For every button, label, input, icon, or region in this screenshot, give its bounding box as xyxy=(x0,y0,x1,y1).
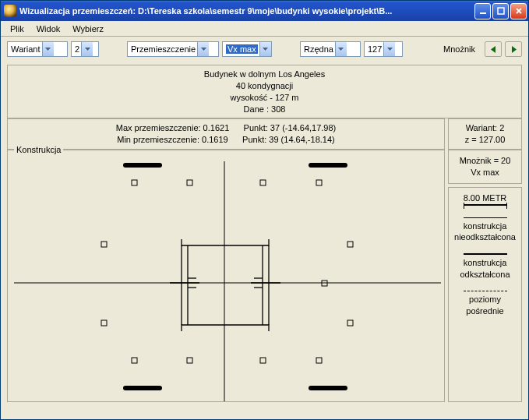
mnoznik-label: Mnożnik xyxy=(443,44,475,54)
svg-rect-11 xyxy=(316,180,322,185)
wariant-label-combo[interactable]: Wariant xyxy=(7,41,68,57)
menu-file[interactable]: Plik xyxy=(4,23,30,35)
chevron-down-icon xyxy=(42,42,54,56)
stats-panel: Max przemieszczenie: 0.1621 Punkt: 37 (-… xyxy=(7,118,445,150)
svg-rect-19 xyxy=(316,358,322,363)
legend2-line2: odkształcona xyxy=(452,269,518,281)
wariant-value-combo[interactable]: 2 xyxy=(71,41,99,57)
min-disp-point: Punkt: 39 (14.64,-18.14) xyxy=(242,135,335,144)
right-info-panel: Wariant: 2 z = 127.00 xyxy=(448,118,522,150)
wariant-label-text: Wariant xyxy=(11,44,41,54)
svg-rect-1 xyxy=(498,8,504,14)
legend1-line1: konstrukcja xyxy=(452,221,518,232)
svg-rect-0 xyxy=(480,12,486,14)
svg-rect-13 xyxy=(347,242,353,247)
header-line3: wysokość - 127 m xyxy=(12,92,517,104)
scale-bar-icon xyxy=(464,204,507,206)
legend3-line2: pośrednie xyxy=(452,305,518,317)
svg-rect-4 xyxy=(123,163,162,168)
chevron-down-icon xyxy=(259,42,271,56)
header-line4: Dane : 308 xyxy=(12,104,517,115)
app-icon xyxy=(4,5,16,17)
max-disp-point: Punkt: 37 (-14.64,17.98) xyxy=(244,123,337,132)
arrow-right-icon xyxy=(510,46,517,53)
side-legend-panel: 8.00 METR konstrukcja nieodkształcona ko… xyxy=(448,187,522,402)
legend1-line2: nieodkształcona xyxy=(452,231,518,243)
legend-line-thick-icon xyxy=(464,253,507,255)
legend-line-dashed-icon xyxy=(464,291,507,291)
arrow-left-icon xyxy=(490,46,497,53)
svg-rect-8 xyxy=(132,180,137,185)
wariant-value: 2 xyxy=(75,44,79,54)
maximize-button[interactable] xyxy=(492,3,509,19)
przemieszczenie-label-combo[interactable]: Przemieszczenie xyxy=(127,41,219,57)
svg-rect-17 xyxy=(187,358,192,363)
legend-line-thin-icon xyxy=(464,217,507,218)
legend3-line1: poziomy xyxy=(452,294,518,305)
side-mnoznik-line2: Vx max xyxy=(452,167,518,178)
chevron-down-icon xyxy=(383,42,395,56)
max-disp-label: Max przemieszczenie: 0.1621 xyxy=(116,123,230,132)
header-line1: Budynek w dolnym Los Angeles xyxy=(12,69,517,80)
legend2-line1: konstrukcja xyxy=(452,257,518,269)
svg-rect-5 xyxy=(309,163,347,168)
construction-panel: Konstrukcja xyxy=(7,150,445,402)
menu-view[interactable]: Widok xyxy=(30,23,67,35)
svg-rect-7 xyxy=(309,386,347,390)
rzedna-value: 127 xyxy=(368,44,382,54)
construction-canvas xyxy=(11,152,444,401)
menu-select[interactable]: Wybierz xyxy=(66,23,110,35)
min-disp-label: Min przemieszczenie: 0.1619 xyxy=(117,135,227,144)
svg-rect-9 xyxy=(187,180,192,185)
prev-button[interactable] xyxy=(485,41,502,57)
right-info-line1: Wariant: 2 xyxy=(453,122,517,134)
header-panel: Budynek w dolnym Los Angeles 40 kondygna… xyxy=(7,65,522,118)
przemieszczenie-value: Vx max xyxy=(226,44,258,54)
side-mnoznik-line1: Mnożnik = 20 xyxy=(452,155,518,167)
svg-rect-6 xyxy=(123,386,162,390)
right-info-line2: z = 127.00 xyxy=(453,134,517,146)
toolbar: Wariant 2 Przemieszczenie Vx max Rzędna … xyxy=(1,37,528,62)
side-mnoznik-panel: Mnożnik = 20 Vx max xyxy=(448,150,522,184)
svg-rect-12 xyxy=(101,242,107,247)
rzedna-label-text: Rzędna xyxy=(304,44,333,54)
przemieszczenie-value-combo[interactable]: Vx max xyxy=(222,41,272,57)
rzedna-value-combo[interactable]: 127 xyxy=(364,41,403,57)
svg-rect-10 xyxy=(260,180,266,185)
chevron-down-icon xyxy=(335,42,347,56)
przemieszczenie-label-text: Przemieszczenie xyxy=(131,44,196,54)
group-label: Konstrukcja xyxy=(14,145,63,154)
scale-label: 8.00 METR xyxy=(452,192,518,204)
svg-rect-18 xyxy=(260,358,266,363)
svg-rect-15 xyxy=(347,320,353,326)
window-title: Wizualizacja przemieszczeń: D:\Tereska s… xyxy=(19,6,474,16)
header-line2: 40 kondygnacji xyxy=(12,80,517,92)
chevron-down-icon xyxy=(197,42,209,56)
title-bar: Wizualizacja przemieszczeń: D:\Tereska s… xyxy=(1,1,528,21)
close-button[interactable] xyxy=(510,3,527,19)
next-button[interactable] xyxy=(505,41,522,57)
chevron-down-icon xyxy=(81,42,93,56)
menu-bar: Plik Widok Wybierz xyxy=(1,21,528,37)
minimize-button[interactable] xyxy=(474,3,491,19)
rzedna-label-combo[interactable]: Rzędna xyxy=(300,41,361,57)
svg-rect-14 xyxy=(101,320,107,326)
svg-rect-16 xyxy=(132,358,137,363)
